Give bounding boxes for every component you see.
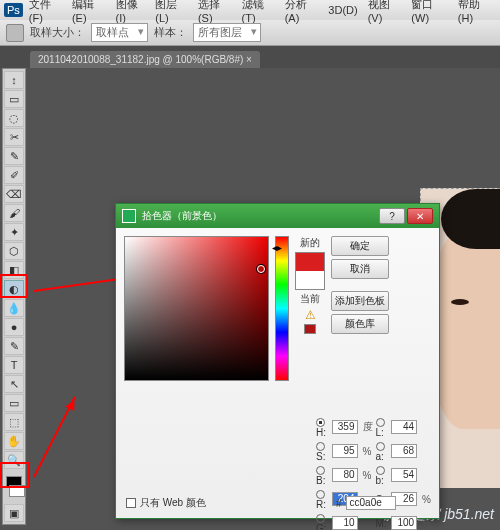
- document-tab-strip: 2011042010088_31182.jpg @ 100%(RGB/8#) ×: [0, 46, 500, 68]
- eye-region: [451, 299, 469, 305]
- radio-a[interactable]: [376, 442, 385, 451]
- unit-b: %: [363, 470, 373, 481]
- cancel-button[interactable]: 取消: [331, 259, 389, 279]
- color-picker-dialog: 拾色器（前景色） ? ✕ ◂▸ 新的 当前 ⚠ 确定 取消 添加到色板: [115, 203, 440, 519]
- sample-size-dropdown[interactable]: 取样点: [91, 23, 148, 42]
- menu-edit[interactable]: 编辑(E): [68, 0, 110, 26]
- radio-h[interactable]: [316, 418, 325, 427]
- tool-lasso[interactable]: ◌: [4, 109, 24, 127]
- menu-window[interactable]: 窗口(W): [407, 0, 451, 26]
- web-only-row: 只有 Web 颜色: [126, 496, 206, 510]
- tool-pen[interactable]: ✎: [4, 337, 24, 355]
- eyedropper-icon: [6, 24, 24, 42]
- color-lib-button[interactable]: 颜色库: [331, 314, 389, 334]
- sample-layers-dropdown[interactable]: 所有图层: [193, 23, 261, 42]
- tool-text[interactable]: T: [4, 356, 24, 374]
- radio-l[interactable]: [376, 418, 385, 427]
- field-m[interactable]: 100: [391, 516, 417, 530]
- warning-icon: ⚠: [305, 308, 316, 322]
- color-values-grid: H:359度 L:44 S:95% a:68 B:80% b:54 R:204 …: [316, 416, 431, 530]
- document-tab[interactable]: 2011042010088_31182.jpg @ 100%(RGB/8#) ×: [30, 51, 260, 68]
- color-field[interactable]: [124, 236, 269, 381]
- face-region: [431, 229, 500, 429]
- annotation-box-1: [0, 274, 28, 298]
- web-only-label: 只有 Web 颜色: [140, 496, 206, 510]
- radio-bb[interactable]: [376, 466, 385, 475]
- dialog-title: 拾色器（前景色）: [142, 209, 379, 223]
- tool-shape[interactable]: ▭: [4, 394, 24, 412]
- menu-help[interactable]: 帮助(H): [454, 0, 496, 26]
- tool-marquee[interactable]: ▭: [4, 90, 24, 108]
- tool-crop[interactable]: ✎: [4, 147, 24, 165]
- new-label: 新的: [300, 236, 320, 250]
- field-l[interactable]: 44: [391, 420, 417, 434]
- radio-g[interactable]: [316, 514, 325, 523]
- tool-stamp[interactable]: ✦: [4, 223, 24, 241]
- hue-slider[interactable]: ◂▸: [275, 236, 289, 381]
- tool-hand[interactable]: ✋: [4, 432, 24, 450]
- dialog-titlebar[interactable]: 拾色器（前景色） ? ✕: [116, 204, 439, 228]
- add-swatch-button[interactable]: 添加到色板: [331, 291, 389, 311]
- tool-dodge[interactable]: ●: [4, 318, 24, 336]
- tool-heal[interactable]: ⌫: [4, 185, 24, 203]
- tool-history[interactable]: ⬡: [4, 242, 24, 260]
- menu-analysis[interactable]: 分析(A): [281, 0, 323, 26]
- web-only-checkbox[interactable]: [126, 498, 136, 508]
- tab-title: 2011042010088_31182.jpg @ 100%(RGB/8#) ×: [38, 54, 252, 65]
- menu-image[interactable]: 图像(I): [112, 0, 150, 26]
- menu-layer[interactable]: 图层(L): [151, 0, 192, 26]
- radio-b[interactable]: [316, 466, 325, 475]
- tool-blur[interactable]: 💧: [4, 299, 24, 317]
- hex-prefix: #: [336, 498, 342, 509]
- unit-s: %: [363, 446, 373, 457]
- radio-s[interactable]: [316, 442, 325, 451]
- close-button[interactable]: ✕: [407, 208, 433, 224]
- tool-move[interactable]: ↕: [4, 71, 24, 89]
- hex-field[interactable]: cc0a0e: [346, 496, 396, 510]
- help-button[interactable]: ?: [379, 208, 405, 224]
- unit-c: %: [422, 494, 431, 505]
- new-color-swatch: [296, 253, 324, 271]
- menu-view[interactable]: 视图(V): [364, 0, 406, 26]
- menu-select[interactable]: 选择(S): [194, 0, 236, 26]
- sample-label: 样本：: [154, 25, 187, 40]
- color-marker[interactable]: [257, 265, 265, 273]
- field-bb[interactable]: 54: [391, 468, 417, 482]
- dialog-icon: [122, 209, 136, 223]
- sample-size-label: 取样大小：: [30, 25, 85, 40]
- current-label: 当前: [300, 292, 320, 306]
- tool-brush[interactable]: 🖌: [4, 204, 24, 222]
- menu-bar: Ps 文件(F) 编辑(E) 图像(I) 图层(L) 选择(S) 滤镜(T) 分…: [0, 0, 500, 20]
- menu-filter[interactable]: 滤镜(T): [238, 0, 279, 26]
- tool-path[interactable]: ↖: [4, 375, 24, 393]
- unit-m: %: [422, 518, 431, 529]
- field-h[interactable]: 359: [332, 420, 358, 434]
- tool-wand[interactable]: ✂: [4, 128, 24, 146]
- annotation-box-2: [0, 462, 30, 488]
- field-g[interactable]: 10: [332, 516, 358, 530]
- unit-h: 度: [363, 420, 373, 434]
- hex-row: # cc0a0e: [336, 496, 396, 510]
- field-b[interactable]: 80: [332, 468, 358, 482]
- tool-3d[interactable]: ⬚: [4, 413, 24, 431]
- hue-handle[interactable]: ◂▸: [272, 238, 294, 246]
- menu-3d[interactable]: 3D(D): [324, 2, 361, 18]
- menu-file[interactable]: 文件(F): [25, 0, 66, 26]
- ok-button[interactable]: 确定: [331, 236, 389, 256]
- tool-eyedropper[interactable]: ✐: [4, 166, 24, 184]
- warn-swatch: [304, 324, 316, 334]
- field-s[interactable]: 95: [332, 444, 358, 458]
- field-a[interactable]: 68: [391, 444, 417, 458]
- tool-quickmask[interactable]: ▣: [4, 504, 24, 522]
- current-color-swatch: [296, 271, 324, 289]
- app-icon: Ps: [4, 3, 23, 17]
- radio-r[interactable]: [316, 490, 325, 499]
